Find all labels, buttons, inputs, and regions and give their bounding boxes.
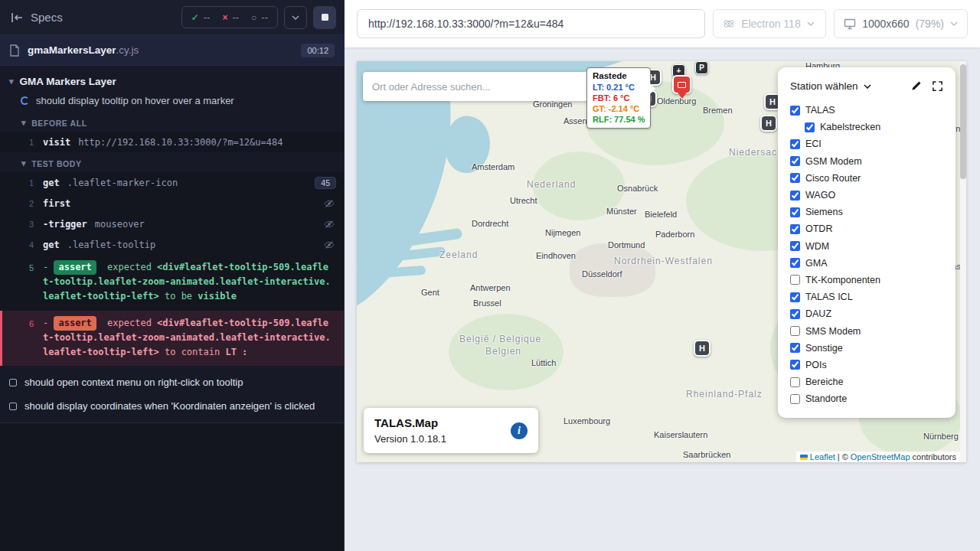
- station-checkbox[interactable]: [790, 241, 800, 251]
- station-filter-item[interactable]: Kabelstrecken: [790, 119, 943, 135]
- station-label: Cisco Router: [805, 173, 861, 184]
- map-label: Brussel: [473, 298, 501, 308]
- map-label: Nürnberg: [923, 432, 959, 441]
- suite-title: GMA Markers Layer: [20, 76, 116, 87]
- station-filter-item[interactable]: Cisco Router: [790, 170, 943, 187]
- station-filter-item[interactable]: GMA: [790, 255, 943, 272]
- station-checkbox[interactable]: [790, 292, 800, 302]
- tooltip-measurement: FBT: 6 °C: [593, 93, 645, 103]
- scrollbar-track[interactable]: [960, 61, 966, 462]
- map-marker[interactable]: H: [760, 115, 777, 132]
- map-marker[interactable]: P: [695, 61, 708, 74]
- reporter-header: Specs ✓ -- × -- ○ --: [0, 0, 344, 35]
- station-checkbox[interactable]: [790, 309, 800, 319]
- assert-passed-row[interactable]: 5 - assert expected <div#leaflet-tooltip…: [0, 255, 344, 311]
- station-label: TK-Komponenten: [805, 275, 880, 285]
- map-label: Osnabrück: [617, 184, 658, 193]
- edit-pencil-icon[interactable]: [910, 80, 922, 92]
- command-row-visit[interactable]: 1 visit http://192.168.10.33:3000/?m=12&…: [0, 132, 344, 152]
- tooltip-measurement: GT: -2.14 °C: [593, 103, 645, 114]
- station-checkbox[interactable]: [790, 326, 800, 336]
- command-row-trigger[interactable]: 3 -trigger mouseover: [0, 214, 344, 234]
- station-checkbox[interactable]: [790, 343, 800, 353]
- station-filter-item[interactable]: OTDR: [790, 220, 943, 237]
- browser-select[interactable]: Electron 118: [713, 9, 826, 38]
- station-checkbox[interactable]: [790, 394, 800, 404]
- station-checkbox[interactable]: [790, 224, 800, 234]
- test-stats[interactable]: ✓ -- × -- ○ --: [181, 6, 278, 28]
- station-filter-item[interactable]: GSM Modem: [790, 153, 943, 170]
- map-label: Bremen: [703, 106, 733, 115]
- pending-test[interactable]: should open context menu on right-click …: [0, 370, 344, 394]
- station-filter-item[interactable]: POIs: [790, 357, 943, 373]
- chevron-down-icon[interactable]: [864, 84, 871, 89]
- reporter-panel: Specs ✓ -- × -- ○ --: [0, 0, 345, 551]
- specs-list-icon: [11, 12, 23, 23]
- station-filter-item[interactable]: TK-Komponenten: [790, 272, 943, 289]
- command-row-first[interactable]: 2 first: [0, 193, 344, 214]
- station-filter-item[interactable]: WAGO: [790, 187, 943, 204]
- scrollbar-thumb[interactable]: [960, 64, 966, 179]
- map-label: Paderborn: [655, 230, 694, 239]
- station-filter-item[interactable]: SMS Modem: [790, 322, 943, 339]
- chevron-down-icon: [807, 21, 815, 26]
- station-checkbox[interactable]: [790, 156, 800, 166]
- station-filter-item[interactable]: TALAS: [790, 102, 943, 119]
- osm-link[interactable]: OpenStreetMap: [851, 452, 910, 461]
- attribution-separator: | ©: [838, 452, 848, 461]
- before-all-header[interactable]: ▾ BEFORE ALL: [0, 112, 344, 132]
- station-filter-item[interactable]: WDM: [790, 238, 943, 255]
- test-body-header[interactable]: ▾ TEST BODY: [0, 152, 344, 172]
- map-marker[interactable]: [672, 75, 691, 94]
- tooltip-lines: LT: 0.21 °C FBT: 6 °C GT: -2.14 °C RLF: …: [593, 82, 645, 125]
- log-filler: [0, 422, 344, 551]
- marker-tooltip[interactable]: Rastede LT: 0.21 °C FBT: 6 °C GT: -2.14 …: [586, 67, 651, 129]
- active-test-row[interactable]: should display tooltip on hover over a m…: [0, 93, 344, 112]
- station-filter-item[interactable]: Siemens: [790, 204, 943, 220]
- map[interactable]: Leeuwarden Groningen Assen Emden Oldenbu…: [357, 61, 966, 462]
- assert-failed-row[interactable]: 6 - assert expected <div#leaflet-tooltip…: [0, 311, 344, 367]
- specs-toggle[interactable]: Specs: [11, 11, 63, 24]
- stop-button[interactable]: [313, 6, 336, 29]
- station-filter-item[interactable]: DAUZ: [790, 305, 943, 322]
- station-checkbox[interactable]: [790, 258, 800, 268]
- pending-test[interactable]: should display coordinates when 'Koordin…: [0, 394, 344, 418]
- map-label: Utrecht: [510, 196, 537, 205]
- command-row-get-tooltip[interactable]: 4 get .leaflet-tooltip: [0, 234, 344, 255]
- expand-icon[interactable]: [932, 80, 943, 92]
- map-label: Düsseldorf: [582, 269, 622, 279]
- station-filter-item[interactable]: Sonstige: [790, 340, 943, 357]
- station-checkbox[interactable]: [790, 106, 800, 116]
- info-icon[interactable]: i: [511, 422, 528, 439]
- station-checkbox[interactable]: [805, 122, 815, 132]
- station-checkbox[interactable]: [790, 377, 800, 387]
- station-filter-item[interactable]: ECI: [790, 135, 943, 152]
- command-row-get[interactable]: 1 get .leaflet-marker-icon 45: [0, 172, 344, 193]
- stop-icon: [322, 14, 328, 21]
- test-title: should display tooltip on hover over a m…: [36, 95, 234, 106]
- marker-glyph: P: [699, 64, 704, 72]
- station-filter-item[interactable]: TALAS ICL: [790, 289, 943, 305]
- map-label: Amsterdam: [472, 162, 514, 171]
- search-input[interactable]: [366, 72, 586, 101]
- runner-panel: http://192.168.10.33:3000/?m=12&u=484 El…: [345, 0, 980, 551]
- station-filter-item[interactable]: Standorte: [790, 390, 943, 407]
- station-checkbox[interactable]: [790, 275, 800, 285]
- url-text: http://192.168.10.33:3000/?m=12&u=484: [368, 18, 564, 30]
- station-checkbox[interactable]: [790, 139, 800, 149]
- station-checkbox[interactable]: [790, 207, 800, 217]
- collapse-button[interactable]: [284, 6, 307, 29]
- map-marker[interactable]: H: [694, 340, 710, 357]
- url-bar[interactable]: http://192.168.10.33:3000/?m=12&u=484: [357, 9, 705, 38]
- suite-row[interactable]: ▾ GMA Markers Layer: [0, 70, 344, 93]
- station-filter-item[interactable]: Bereiche: [790, 373, 943, 390]
- station-label: Bereiche: [805, 377, 843, 387]
- chevron-down-icon: ▾: [21, 158, 26, 168]
- map-label: Antwerpen: [470, 283, 511, 292]
- station-checkbox[interactable]: [790, 191, 800, 201]
- station-checkbox[interactable]: [790, 360, 800, 370]
- chevron-down-icon: ▾: [21, 118, 26, 128]
- station-checkbox[interactable]: [790, 173, 800, 183]
- leaflet-link[interactable]: Leaflet: [810, 452, 835, 461]
- viewport-select[interactable]: 1000x660 (79%): [834, 9, 968, 38]
